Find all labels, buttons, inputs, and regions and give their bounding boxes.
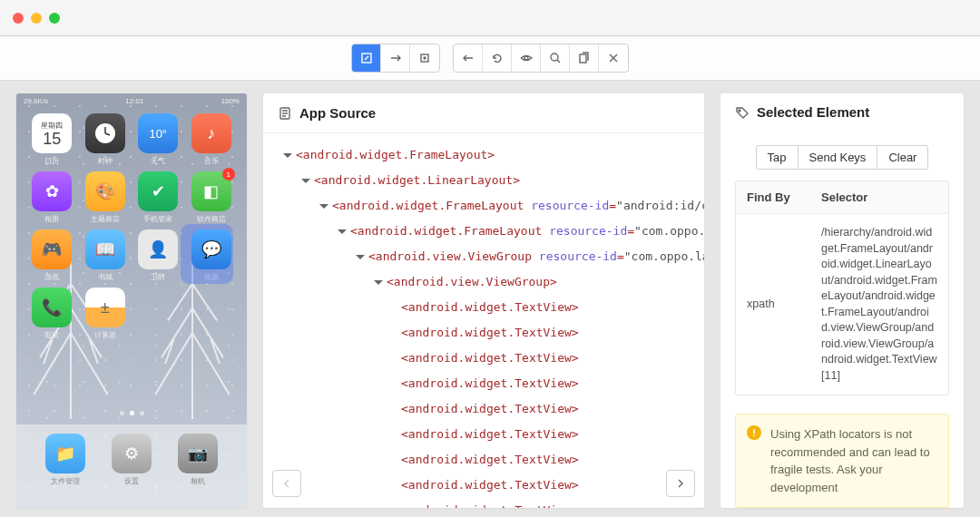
source-tree[interactable]: <android.widget.FrameLayout><android.wid… [263, 142, 704, 508]
tree-node[interactable]: <android.view.ViewGroup resource-id="com… [263, 244, 704, 269]
select-mode-button[interactable] [352, 44, 381, 72]
tree-node[interactable]: <android.widget.TextView> [263, 320, 704, 346]
music-app-icon[interactable]: ♪ [191, 113, 231, 153]
phone-dock: 📁文件管理 ⚙设置 📷相机 [16, 424, 247, 508]
phone-app-grid: 星期四15日历 时钟 10°天气 ♪音乐 ✿相册 🎨主题商店 ✔手机管家 1◧软… [16, 113, 247, 340]
svg-point-3 [524, 56, 528, 60]
findby-value: xpath [736, 214, 810, 395]
weather-app-icon[interactable]: 10° [138, 113, 178, 153]
traffic-lights [13, 13, 60, 24]
phone-status-bar: 29.6K/s 12:01 100% [16, 93, 247, 108]
back-button[interactable] [454, 44, 483, 72]
locator-table: Find By Selector xpath /hierarchy/androi… [735, 180, 949, 395]
action-button-group [453, 44, 629, 73]
locator-row[interactable]: xpath /hierarchy/android.widget.FrameLay… [736, 213, 948, 395]
tree-node[interactable]: <android.widget.TextView> [263, 422, 704, 447]
svg-point-8 [739, 110, 740, 112]
window-titlebar [0, 0, 980, 36]
eye-icon-button[interactable] [512, 44, 541, 72]
tree-node[interactable]: <android.widget.FrameLayout resource-id=… [263, 219, 704, 244]
tree-node[interactable]: <android.widget.TextView> [263, 295, 704, 320]
status-time: 12:01 [125, 97, 143, 105]
tag-icon [735, 105, 750, 120]
notification-badge: 1 [222, 168, 235, 180]
device-screenshot-panel[interactable]: 29.6K/s 12:01 100% 星期四15日历 时钟 10°天气 ♪音乐 … [16, 93, 247, 508]
app-source-panel: App Source <android.widget.FrameLayout><… [263, 93, 704, 508]
settings-app-icon[interactable]: ⚙ [112, 434, 152, 473]
selector-header: Selector [810, 181, 948, 213]
search-button[interactable] [541, 44, 570, 72]
tree-node[interactable]: <android.widget.TextView> [263, 447, 704, 473]
tree-node[interactable]: <android.widget.TextView> [263, 498, 704, 508]
xpath-warning: ! Using XPath locators is not recommende… [735, 414, 949, 508]
messages-app-icon[interactable]: 💬 [191, 229, 231, 269]
tree-node[interactable]: <android.widget.LinearLayout> [263, 168, 704, 193]
phone-manager-app-icon[interactable]: ✔ [138, 171, 178, 211]
refresh-button[interactable] [483, 44, 512, 72]
send-keys-button[interactable]: Send Keys [798, 145, 878, 170]
tap-button[interactable]: Tap [756, 145, 799, 170]
gallery-app-icon[interactable]: ✿ [32, 171, 72, 211]
svg-point-2 [424, 57, 426, 59]
app-store-app-icon[interactable]: 1◧ [191, 171, 231, 211]
tree-node[interactable]: <android.widget.TextView> [263, 346, 704, 371]
tree-node[interactable]: <android.widget.FrameLayout resource-id=… [263, 193, 704, 219]
selector-value: /hierarchy/android.widget.FrameLayout/an… [810, 214, 948, 395]
tree-node[interactable]: <android.widget.TextView> [263, 371, 704, 396]
app-source-title: App Source [299, 105, 376, 121]
selected-element-panel: Selected Element Tap Send Keys Clear Fin… [720, 93, 964, 508]
camera-app-icon[interactable]: 📷 [178, 434, 218, 473]
tree-node[interactable]: <android.view.ViewGroup> [263, 269, 704, 295]
source-prev-button[interactable] [272, 470, 301, 497]
calendar-app-icon[interactable]: 星期四15 [32, 113, 72, 153]
contacts-app-icon[interactable]: 👤 [138, 229, 178, 269]
clock-app-icon[interactable] [85, 113, 125, 153]
swipe-mode-button[interactable] [381, 44, 410, 72]
copy-xml-button[interactable] [570, 44, 599, 72]
page-indicator [16, 411, 247, 415]
zoom-window-button[interactable] [49, 13, 60, 24]
main-toolbar [0, 36, 980, 81]
status-battery: 100% [221, 97, 240, 105]
close-window-button[interactable] [13, 13, 24, 24]
document-icon [278, 106, 292, 121]
tree-node[interactable]: <android.widget.TextView> [263, 473, 704, 498]
findby-header: Find By [736, 181, 810, 213]
selected-element-title: Selected Element [757, 104, 869, 120]
svg-rect-5 [580, 54, 586, 63]
warning-text: Using XPath locators is not recommended … [770, 427, 930, 494]
clear-button[interactable]: Clear [877, 145, 928, 170]
warning-icon: ! [747, 425, 761, 440]
quit-button[interactable] [599, 44, 628, 72]
selected-actions: Tap Send Keys Clear [720, 131, 964, 180]
mode-button-group [351, 44, 440, 73]
svg-point-4 [551, 54, 558, 61]
tap-mode-button[interactable] [410, 44, 439, 72]
source-next-button[interactable] [666, 470, 695, 497]
phone-app-icon[interactable]: 📞 [32, 288, 72, 327]
theme-store-app-icon[interactable]: 🎨 [85, 171, 125, 211]
file-manager-app-icon[interactable]: 📁 [45, 434, 85, 473]
minimize-window-button[interactable] [31, 13, 42, 24]
tree-node[interactable]: <android.widget.FrameLayout> [263, 142, 704, 168]
games-app-icon[interactable]: 🎮 [32, 229, 72, 269]
status-network: 29.6K/s [24, 97, 48, 105]
bookstore-app-icon[interactable]: 📖 [85, 229, 125, 269]
tree-node[interactable]: <android.widget.TextView> [263, 396, 704, 422]
calculator-app-icon[interactable]: ± [85, 288, 125, 327]
